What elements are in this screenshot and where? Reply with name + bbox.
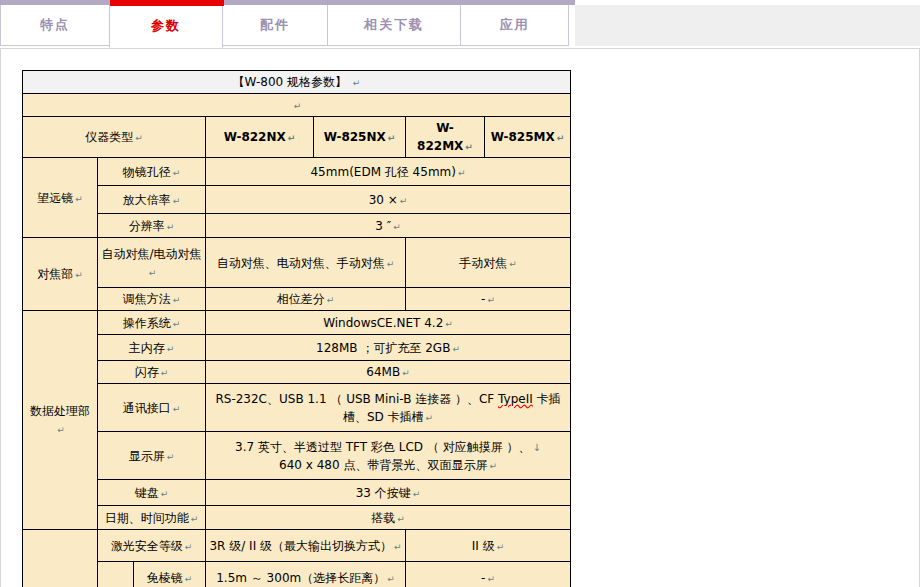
value-reflectorless-mx: -↵: [406, 562, 571, 587]
return-mark: ↵: [397, 514, 405, 524]
label-datetime: 日期、时间功能↵: [98, 506, 206, 530]
label-comm: 通讯接口↵: [98, 384, 206, 432]
return-mark: ↵: [185, 542, 193, 552]
tab-downloads[interactable]: 相关下载: [327, 5, 461, 46]
value-reflectorless-nx: 1.5m ～ 300m（选择长距离）↵: [206, 562, 406, 587]
return-mark: ↵: [75, 270, 83, 280]
return-mark: ↵: [393, 222, 401, 232]
value-autofocus-mx: 手动对焦↵: [406, 238, 571, 288]
return-mark: ↵: [167, 344, 175, 354]
value-flash: 64MB↵: [206, 361, 571, 384]
return-mark: ↵: [394, 542, 402, 552]
label-os: 操作系统↵: [98, 311, 206, 335]
return-mark: ↵: [388, 133, 396, 143]
value-focus-method-mx: -↵: [406, 288, 571, 311]
row-laser: 激光安全等级↵ 3R 级/ II 级（最大输出切换方式）↵ II 级↵: [23, 530, 571, 562]
group-edm-empty: [23, 530, 98, 587]
row-resolution: 分辨率↵ 3 ″↵: [23, 214, 571, 238]
return-mark: ↵: [509, 259, 517, 269]
label-laser: 激光安全等级↵: [98, 530, 206, 562]
tab-parameters-label: 参数: [151, 17, 181, 35]
value-comm: RS-232C、USB 1.1 （ USB Mini-B 连接器 ）、CF Ty…: [206, 384, 571, 432]
group-data-processing: 数据处理部↵: [23, 311, 98, 530]
row-comm: 通讯接口↵ RS-232C、USB 1.1 （ USB Mini-B 连接器 ）…: [23, 384, 571, 432]
label-autofocus: 自动对焦/电动对焦↵: [98, 238, 206, 288]
tab-bar: 特点 参数 配件 相关下载 应用: [0, 0, 920, 46]
return-mark: ↵: [173, 168, 181, 178]
spec-table: 【W-800 规格参数】 ↵ ↵ 仪器类型↵ W-822NX↵ W-: [22, 70, 571, 587]
tab-features[interactable]: 特点: [0, 5, 110, 46]
value-keyboard: 33 个按键↵: [206, 480, 571, 506]
group-range-partial: 测↵: [98, 562, 134, 587]
return-mark: ↵: [465, 142, 473, 152]
row-flash: 闪存↵ 64MB↵: [23, 361, 571, 384]
return-mark: ↵: [149, 268, 157, 278]
return-mark: ↵: [400, 196, 408, 206]
value-resolution: 3 ″↵: [206, 214, 571, 238]
tab-applications[interactable]: 应用: [460, 5, 569, 46]
tab-accessories[interactable]: 配件: [222, 5, 328, 46]
row-os: 数据处理部↵ 操作系统↵ WindowsCE.NET 4.2↵: [23, 311, 571, 335]
model-col-2: W-825NX↵: [314, 117, 406, 158]
row-aperture: 望远镜↵ 物镜孔径↵ 45mm(EDM 孔径 45mm)↵: [23, 158, 571, 186]
label-resolution: 分辨率↵: [98, 214, 206, 238]
active-tab-indicator: [110, 0, 224, 6]
value-laser-nx: 3R 级/ II 级（最大输出切换方式）↵: [206, 530, 406, 562]
value-display: 3.7 英寸、半透过型 TFT 彩色 LCD （ 对应触摸屏 ）、↓ 640 x…: [206, 432, 571, 480]
value-os: WindowsCE.NET 4.2↵: [206, 311, 571, 335]
return-mark: ↵: [173, 196, 181, 206]
label-display: 显示屏↵: [98, 432, 206, 480]
row-autofocus: 对焦部↵ 自动对焦/电动对焦↵ 自动对焦、电动对焦、手动对焦↵ 手动对焦↵: [23, 238, 571, 288]
return-mark: ↵: [167, 222, 175, 232]
value-focus-method-nx: 相位差分↵: [206, 288, 406, 311]
return-mark: ↵: [426, 413, 434, 423]
tab-features-label: 特点: [40, 16, 70, 34]
label-flash: 闪存↵: [98, 361, 206, 384]
row-display: 显示屏↵ 3.7 英寸、半透过型 TFT 彩色 LCD （ 对应触摸屏 ）、↓ …: [23, 432, 571, 480]
label-memory: 主内存↵: [98, 335, 206, 361]
row-reflectorless: 测↵ 免棱镜↵ 1.5m ～ 300m（选择长距离）↵ -↵: [23, 562, 571, 587]
row-datetime: 日期、时间功能↵ 搭载↵: [23, 506, 571, 530]
tab-applications-label: 应用: [500, 16, 530, 34]
model-col-3: W-822MX↵: [406, 117, 485, 158]
row-magnification: 放大倍率↵ 30 ×↵: [23, 186, 571, 214]
label-reflectorless: 免棱镜↵: [134, 562, 206, 587]
linebreak-mark: ↓: [533, 442, 541, 453]
table-title: 【W-800 规格参数】 ↵: [23, 71, 571, 94]
return-mark: ↵: [458, 168, 466, 178]
return-mark: ↵: [487, 295, 495, 305]
return-mark: ↵: [173, 319, 181, 329]
return-mark: ↵: [294, 101, 302, 111]
return-mark: ↵: [452, 344, 460, 354]
group-focus: 对焦部↵: [23, 238, 98, 311]
model-col-4: W-825MX↵: [485, 117, 571, 158]
return-mark: ↵: [402, 368, 410, 378]
group-telescope: 望远镜↵: [23, 158, 98, 238]
header-instrument-type: 仪器类型↵: [23, 117, 206, 158]
return-mark: ↵: [445, 319, 453, 329]
return-mark: ↵: [161, 489, 169, 499]
value-aperture: 45mm(EDM 孔径 45mm)↵: [206, 158, 571, 186]
return-mark: ↵: [135, 133, 143, 143]
return-mark: ↵: [173, 404, 181, 414]
tab-accessories-label: 配件: [260, 16, 290, 34]
value-autofocus-nx: 自动对焦、电动对焦、手动对焦↵: [206, 238, 406, 288]
return-mark: ↵: [191, 514, 199, 524]
tab-parameters[interactable]: 参数: [109, 5, 223, 48]
row-focus-method: 调焦方法↵ 相位差分↵ -↵: [23, 288, 571, 311]
label-keyboard: 键盘↵: [98, 480, 206, 506]
return-mark: ↵: [487, 574, 495, 584]
value-laser-mx: II 级↵: [406, 530, 571, 562]
row-keyboard: 键盘↵ 33 个按键↵: [23, 480, 571, 506]
return-mark: ↵: [413, 489, 421, 499]
return-mark: ↵: [387, 574, 395, 584]
label-aperture: 物镜孔径↵: [98, 158, 206, 186]
return-mark: ↵: [557, 133, 565, 143]
return-mark: ↵: [288, 133, 296, 143]
return-mark: ↵: [327, 295, 335, 305]
return-mark: ↵: [173, 295, 181, 305]
return-mark: ↵: [489, 461, 497, 471]
tabbar-right-filler: [575, 5, 920, 46]
return-mark: ↵: [185, 574, 193, 584]
content-panel: 【W-800 规格参数】 ↵ ↵ 仪器类型↵ W-822NX↵ W-: [0, 48, 920, 587]
